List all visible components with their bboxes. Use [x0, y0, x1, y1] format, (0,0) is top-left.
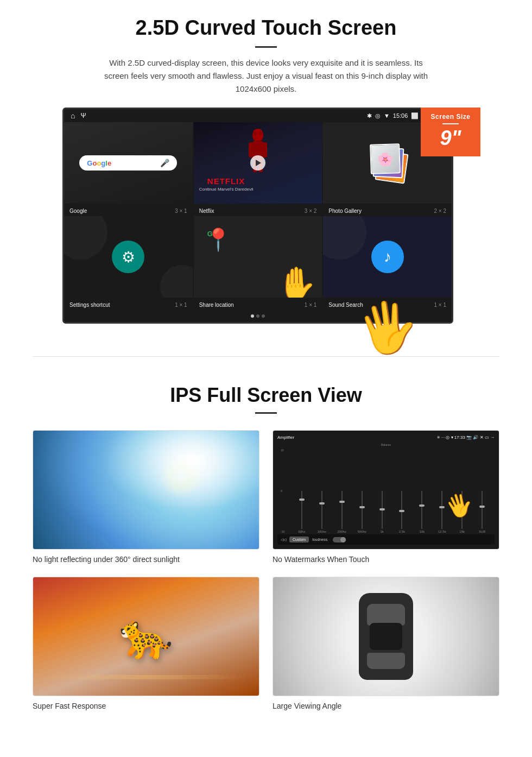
feature-amplifier: Amplifier ≡ ··· ◎ ▾ 17:33 📷 🔊 ✕ ▭ → Bala…	[273, 430, 499, 564]
hand-pointing-icon: 🤚	[276, 264, 316, 298]
settings-app-cell[interactable]: ⚙	[64, 216, 193, 298]
svg-point-8	[259, 132, 263, 135]
status-bar-left: ⌂ Ψ	[71, 111, 86, 120]
section-ips: IPS Full Screen View No light reflecting…	[0, 373, 532, 727]
amp-time: 17:33	[454, 435, 465, 440]
gallery-stack: 🌸	[366, 141, 409, 185]
eq-bar-2[interactable]: 100hz	[313, 449, 331, 533]
play-triangle	[256, 160, 261, 166]
eq-bar-5[interactable]: 1k	[373, 449, 391, 533]
custom-button[interactable]: Custom	[289, 537, 309, 542]
amp-title: Amplifier	[277, 435, 294, 440]
section1-title: 2.5D Curved Touch Screen	[33, 16, 499, 40]
loudness-toggle[interactable]	[333, 537, 346, 542]
feature-cheetah: 🐆 Super Fast Response	[33, 577, 259, 710]
settings-bg	[64, 216, 193, 298]
eq-labels-row: Balance	[277, 443, 495, 446]
badge-label: Screen Size	[425, 113, 476, 121]
eq-track-7	[421, 491, 422, 529]
eq-sliders-area: 10 0 -10 60hz	[277, 447, 495, 534]
eq-track-1	[301, 491, 302, 529]
toggle-knob	[340, 537, 346, 542]
screen-size-badge: Screen Size 9"	[421, 108, 480, 156]
eq-track-8	[441, 491, 442, 529]
google-search-bar[interactable]: Google 🎤	[79, 155, 177, 171]
cheetah-visual: 🐆	[33, 577, 259, 696]
app-grid-row1: Google 🎤	[64, 122, 452, 204]
eq-thumb-1	[299, 499, 305, 501]
motion-blur	[44, 675, 248, 679]
netflix-app-cell[interactable]: NETFLIX Continue Marvel's Daredevil	[194, 122, 322, 204]
mic-icon[interactable]: 🎤	[160, 159, 169, 167]
car-topview	[359, 593, 413, 680]
car-roof	[370, 623, 402, 650]
amp-loudness-label: loudness	[312, 538, 327, 541]
eq-bar-6[interactable]: 2.5k	[393, 449, 411, 533]
settings-label: Settings shortcut 1 × 1	[64, 301, 193, 309]
car-image	[273, 577, 499, 696]
share-label: Share location 1 × 1	[194, 301, 322, 309]
section1-description: With 2.5D curved-display screen, this de…	[98, 56, 434, 96]
amp-icons: ≡ ··· ◎ ▾ 17:33 📷 🔊 ✕ ▭ →	[438, 435, 495, 440]
section2-title: IPS Full Screen View	[33, 384, 499, 407]
section-curved-screen: 2.5D Curved Touch Screen With 2.5D curve…	[0, 0, 532, 340]
netflix-brand-area: NETFLIX Continue Marvel's Daredevil	[199, 176, 254, 192]
hand-touch-icon: 🖐	[353, 294, 423, 361]
eq-track-5	[382, 491, 383, 529]
eq-bar-8[interactable]: 12.5k	[433, 449, 451, 533]
google-app-cell[interactable]: Google 🎤	[64, 122, 193, 204]
eq-bar-7[interactable]: 10k	[413, 449, 431, 533]
eq-bar-10[interactable]: SUB	[473, 449, 491, 533]
svg-rect-3	[262, 142, 267, 157]
eq-scale-0: 0	[281, 489, 289, 493]
netflix-label: Netflix 3 × 2	[194, 207, 322, 215]
cell-labels-row1: Google 3 × 1 Netflix 3 × 2 Photo Gallery…	[64, 204, 452, 216]
svg-point-7	[252, 132, 257, 135]
title-underline	[255, 46, 277, 48]
eq-bar-4[interactable]: 500hz	[353, 449, 371, 533]
eq-bar-1[interactable]: 60hz	[293, 449, 311, 533]
time-display: 15:06	[393, 112, 408, 119]
cheetah-icon: 🐆	[119, 611, 173, 662]
sound-app-cell[interactable]: ♪	[323, 216, 452, 298]
dot-3[interactable]	[262, 314, 265, 318]
eq-thumb-10	[479, 506, 485, 508]
sunlight-visual	[33, 431, 259, 549]
eq-scale-10: 10	[281, 449, 289, 452]
bg-circle-2	[160, 265, 193, 298]
eq-bar-3[interactable]: 200hz	[333, 449, 351, 533]
camera-icon: ⬜	[411, 112, 419, 119]
dot-2[interactable]	[256, 314, 259, 318]
bluetooth-icon: ✱	[367, 112, 372, 119]
eq-thumb-3	[339, 501, 345, 503]
share-app-cell[interactable]: 📍 G 🤚	[194, 216, 322, 298]
status-bar: ⌂ Ψ ✱ ◎ ▼ 15:06 ⬜ ◁) ✕ ▭	[64, 109, 452, 122]
sound-bg-circle-1	[323, 216, 366, 260]
amplifier-visual: Amplifier ≡ ··· ◎ ▾ 17:33 📷 🔊 ✕ ▭ → Bala…	[273, 431, 499, 549]
car-rear	[367, 653, 405, 669]
car-label: Large Viewing Angle	[273, 702, 499, 710]
eq-thumb-8	[439, 506, 445, 508]
svg-rect-2	[249, 142, 254, 157]
gallery-card-1: 🌸	[370, 143, 401, 174]
badge-divider	[442, 123, 459, 124]
eq-track-4	[362, 491, 363, 529]
google-label: Google 3 × 1	[64, 207, 193, 215]
light-overlay	[33, 431, 259, 549]
amp-header: Amplifier ≡ ··· ◎ ▾ 17:33 📷 🔊 ✕ ▭ →	[277, 435, 495, 440]
amp-back-icon: ◁◁	[281, 538, 286, 542]
eq-thumb-2	[319, 502, 325, 504]
play-button[interactable]	[250, 155, 265, 171]
gallery-label: Photo Gallery 2 × 2	[323, 207, 452, 215]
sunlight-label: No light reflecting under 360° direct su…	[33, 555, 259, 564]
eq-thumb-4	[359, 506, 365, 508]
sunlight-image	[33, 430, 259, 550]
cheetah-label: Super Fast Response	[33, 702, 259, 710]
home-icon[interactable]: ⌂	[71, 111, 75, 120]
app-grid-row2: ⚙ 📍 G 🤚 ♪	[64, 216, 452, 298]
eq-label-balance: Balance	[282, 443, 490, 446]
maps-g-letter: G	[207, 230, 213, 238]
dot-1[interactable]	[251, 314, 254, 318]
eq-track-2	[321, 491, 322, 529]
netflix-logo: NETFLIX	[199, 176, 254, 186]
